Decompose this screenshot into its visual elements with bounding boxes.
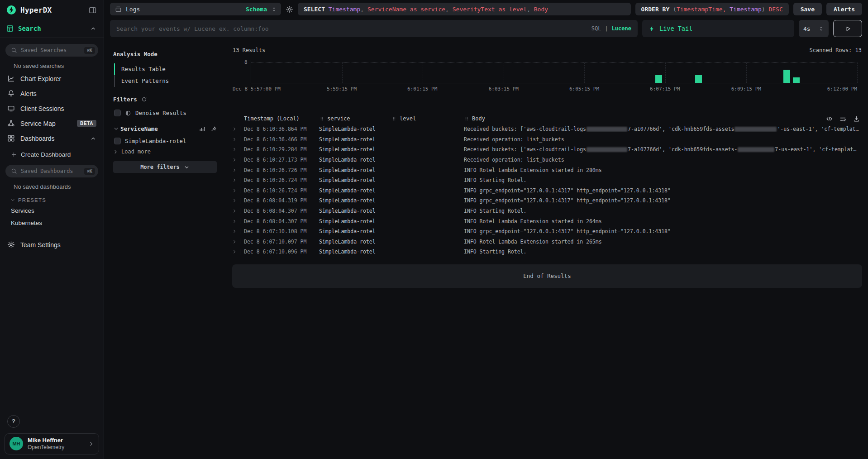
table-row[interactable]: Dec 8 6:10:27.173 PMSimpleLambda-rotelRe… bbox=[232, 155, 862, 165]
row-expander-icon[interactable] bbox=[232, 219, 237, 224]
chevron-up-icon[interactable] bbox=[90, 25, 96, 32]
save-button[interactable]: Save bbox=[793, 3, 822, 15]
row-expander-icon[interactable] bbox=[232, 147, 237, 152]
nav-label: Chart Explorer bbox=[20, 75, 61, 82]
table-row[interactable]: Dec 8 6:07:10.097 PMSimpleLambda-rotelIN… bbox=[232, 237, 862, 247]
table-row[interactable]: Dec 8 6:08:04.307 PMSimpleLambda-rotelIN… bbox=[232, 216, 862, 226]
saved-searches-input[interactable] bbox=[21, 47, 81, 53]
sidebar-item-alerts[interactable]: Alerts bbox=[0, 86, 104, 101]
row-expander-icon[interactable] bbox=[232, 239, 237, 244]
select-updown-icon bbox=[818, 26, 824, 32]
mode-sql[interactable]: SQL bbox=[591, 25, 601, 32]
table-row[interactable]: Dec 8 6:07:10.108 PMSimpleLambda-rotelIN… bbox=[232, 226, 862, 237]
download-icon[interactable] bbox=[853, 115, 860, 122]
row-expander-icon[interactable] bbox=[232, 209, 237, 213]
saved-dashboards-search[interactable]: ⌘K bbox=[5, 165, 98, 177]
view-code-icon[interactable] bbox=[826, 115, 833, 122]
analysis-mode-event-patterns[interactable]: Event Patterns bbox=[114, 75, 217, 87]
pin-icon[interactable] bbox=[210, 126, 217, 132]
saved-dashboards-input[interactable] bbox=[21, 168, 81, 174]
nav-label: Dashboards bbox=[20, 135, 55, 142]
histogram-bar[interactable] bbox=[695, 75, 702, 83]
row-expander-icon[interactable] bbox=[232, 127, 237, 131]
source-select[interactable]: Logs Schema bbox=[110, 3, 281, 15]
main-area: Logs Schema SELECT Timestamp, ServiceNam… bbox=[104, 0, 868, 459]
table-row[interactable]: Dec 8 6:10:29.284 PMSimpleLambda-rotelRe… bbox=[232, 144, 862, 155]
table-row[interactable]: Dec 8 6:10:26.724 PMSimpleLambda-rotelIN… bbox=[232, 186, 862, 196]
play-icon bbox=[844, 25, 851, 32]
chevron-up-icon[interactable] bbox=[90, 135, 96, 142]
x-tick-label: Dec 8 5:57:00 PM bbox=[233, 86, 281, 91]
table-row[interactable]: Dec 8 6:10:36.864 PMSimpleLambda-rotelRe… bbox=[232, 124, 862, 134]
refresh-icon[interactable] bbox=[141, 96, 147, 102]
query-settings-gear-icon[interactable] bbox=[286, 5, 293, 13]
cell-body: INFO Starting Rotel. bbox=[464, 177, 862, 183]
refresh-interval-select[interactable]: 4s bbox=[799, 20, 829, 37]
denoise-results-option[interactable]: Denoise Results bbox=[114, 110, 217, 116]
cell-service: SimpleLambda-rotel bbox=[319, 126, 391, 132]
event-search[interactable]: SQL | Lucene bbox=[110, 20, 638, 37]
servicename-filter-group[interactable]: ServiceName bbox=[113, 125, 217, 132]
sidebar-item-dashboards[interactable]: Dashboards bbox=[0, 131, 104, 146]
row-expander-icon[interactable] bbox=[232, 137, 237, 142]
mode-lucene[interactable]: Lucene bbox=[612, 25, 631, 32]
collapse-sidebar-icon[interactable] bbox=[89, 6, 96, 14]
user-profile-button[interactable]: MH Mike Heffner OpenTelemetry bbox=[5, 433, 99, 454]
wrap-lines-icon[interactable] bbox=[839, 115, 846, 122]
table-row[interactable]: Dec 8 6:10:26.726 PMSimpleLambda-rotelIN… bbox=[232, 165, 862, 175]
lightning-bolt-icon bbox=[649, 25, 655, 32]
client-sessions-icon bbox=[7, 105, 15, 112]
alerts-button[interactable]: Alerts bbox=[826, 3, 862, 15]
search-input[interactable] bbox=[116, 25, 587, 32]
table-row[interactable]: Dec 8 6:07:10.096 PMSimpleLambda-rotelIN… bbox=[232, 247, 862, 257]
filter-value-simplelambda-rotel[interactable]: SimpleLambda-rotel bbox=[114, 138, 217, 144]
cell-body: INFO grpc_endpoint="127.0.0.1:4317" http… bbox=[464, 197, 862, 204]
chart-filter-icon[interactable] bbox=[199, 125, 205, 132]
sidebar-item-client-sessions[interactable]: Client Sessions bbox=[0, 101, 104, 116]
sidebar-item-search[interactable]: Search bbox=[0, 19, 104, 38]
filter-checkbox[interactable] bbox=[114, 138, 121, 144]
column-grip-icon[interactable] bbox=[391, 116, 397, 121]
load-more-button[interactable]: Load more bbox=[113, 148, 217, 155]
preset-kubernetes[interactable]: Kubernetes bbox=[0, 217, 104, 229]
histogram-bar[interactable] bbox=[655, 75, 662, 83]
row-expander-icon[interactable] bbox=[232, 178, 237, 182]
select-clause-input[interactable]: SELECT Timestamp, ServiceName as service… bbox=[298, 3, 631, 15]
column-grip-icon[interactable] bbox=[464, 116, 469, 121]
sidebar-item-team-settings[interactable]: Team Settings bbox=[0, 236, 104, 253]
sidebar-item-service-map[interactable]: Service MapBETA bbox=[0, 116, 104, 131]
analysis-mode-results-table[interactable]: Results Table bbox=[114, 63, 217, 75]
presets-group-toggle[interactable]: PRESETS bbox=[0, 192, 104, 205]
denoise-checkbox[interactable] bbox=[114, 110, 121, 116]
more-filters-button[interactable]: More filters bbox=[113, 161, 217, 173]
sidebar-item-chart-explorer[interactable]: Chart Explorer bbox=[0, 71, 104, 86]
table-row[interactable]: Dec 8 6:08:04.307 PMSimpleLambda-rotelIN… bbox=[232, 206, 862, 216]
table-row[interactable]: Dec 8 6:10:36.466 PMSimpleLambda-rotelRe… bbox=[232, 134, 862, 145]
histogram-bar[interactable] bbox=[783, 70, 790, 83]
row-expander-icon[interactable] bbox=[232, 198, 237, 203]
column-grip-icon[interactable] bbox=[319, 116, 324, 121]
table-row[interactable]: Dec 8 6:10:26.724 PMSimpleLambda-rotelIN… bbox=[232, 175, 862, 186]
cell-timestamp: Dec 8 6:08:04.307 PM bbox=[244, 218, 319, 225]
row-expander-icon[interactable] bbox=[232, 168, 237, 172]
app-title: HyperDX bbox=[20, 6, 85, 14]
table-row[interactable]: Dec 8 6:08:04.319 PMSimpleLambda-rotelIN… bbox=[232, 196, 862, 206]
histogram-bar[interactable] bbox=[793, 77, 800, 83]
row-expander-icon[interactable] bbox=[232, 188, 237, 193]
create-dashboard-button[interactable]: Create Dashboard bbox=[0, 146, 104, 159]
chevron-right-icon bbox=[88, 441, 94, 447]
x-gridline bbox=[857, 62, 858, 83]
row-expander-icon[interactable] bbox=[232, 229, 237, 234]
saved-searches-search[interactable]: ⌘K bbox=[5, 44, 98, 57]
preset-services[interactable]: Services bbox=[0, 205, 104, 217]
histogram-plot bbox=[251, 60, 857, 83]
row-expander-icon[interactable] bbox=[232, 249, 237, 254]
schema-link[interactable]: Schema bbox=[246, 6, 267, 13]
row-expander-icon[interactable] bbox=[232, 158, 237, 162]
live-tail-button[interactable]: Live Tail bbox=[642, 20, 794, 37]
cell-timestamp: Dec 8 6:10:27.173 PM bbox=[244, 157, 319, 163]
orderby-clause-input[interactable]: ORDER BY (TimestampTime, Timestamp) DESC bbox=[635, 3, 789, 15]
play-button[interactable] bbox=[833, 20, 862, 37]
help-button[interactable]: ? bbox=[7, 415, 20, 428]
hyperdx-logo-icon bbox=[6, 5, 16, 15]
